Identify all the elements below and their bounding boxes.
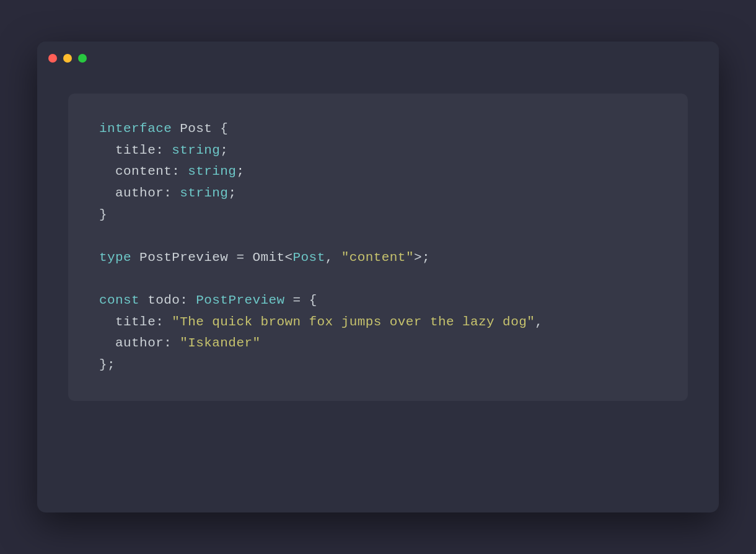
empty-line-1 [99, 226, 657, 247]
line-const: const todo: PostPreview = { [99, 290, 657, 312]
line-todo-author: author: "Iskander" [99, 333, 657, 354]
maximize-button[interactable] [78, 54, 87, 63]
line-type: type PostPreview = Omit<Post, "content">… [99, 247, 657, 269]
line-content: content: string; [99, 161, 657, 183]
titlebar [37, 42, 719, 75]
minimize-button[interactable] [63, 54, 72, 63]
empty-line-2 [99, 268, 657, 290]
line-todo-title: title: "The quick brown fox jumps over t… [99, 312, 657, 333]
line-title: title: string; [99, 140, 657, 162]
line-author: author: string; [99, 183, 657, 204]
line-interface: interface Post { [99, 118, 657, 140]
code-block: interface Post { title: string; content:… [68, 94, 688, 401]
line-close-brace-2: }; [99, 354, 657, 376]
code-container: interface Post { title: string; content:… [37, 75, 719, 512]
close-button[interactable] [48, 54, 57, 63]
code-window: interface Post { title: string; content:… [37, 42, 719, 512]
line-close-brace-1: } [99, 204, 657, 226]
traffic-lights [48, 54, 87, 63]
